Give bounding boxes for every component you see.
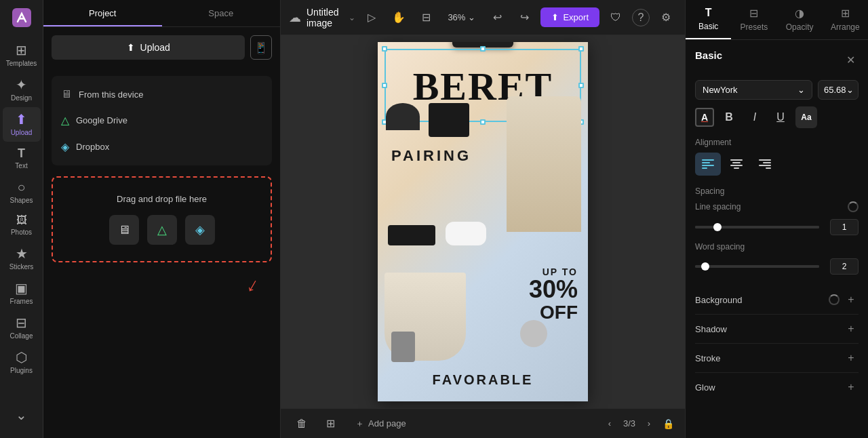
drag-drop-zone[interactable]: Drag and drop file here 🖥 △ ◈ [52,176,272,262]
sidebar-item-templates[interactable]: ⊞ Templates [3,38,41,73]
background-style-row[interactable]: Background + [695,285,859,315]
font-size-input[interactable]: 65.68 ⌄ [818,80,859,100]
sidebar-item-stickers[interactable]: ★ Stickers [3,241,41,276]
help-button[interactable]: ? [632,9,650,26]
tab-basic[interactable]: T Basic [686,0,731,39]
sidebar-item-photos[interactable]: 🖼 Photos [3,210,41,241]
stroke-add-button[interactable]: + [844,351,859,365]
size-chevron-icon: ⌄ [846,85,854,95]
sidebar-item-collage[interactable]: ⊟ Collage [3,311,41,345]
drag-drive-icon[interactable]: △ [147,215,177,245]
align-left-button[interactable] [695,153,721,176]
copy-tool-btn[interactable]: ⊡ [474,42,492,45]
glow-style-row[interactable]: Glow + [695,373,859,401]
sidebar-item-text[interactable]: T Text [3,142,41,175]
from-device-option[interactable]: 🖥 From this device [52,81,272,107]
close-panel-button[interactable]: ✕ [842,52,859,68]
font-chevron-icon: ⌄ [797,85,805,95]
topbar-right: ⬆ Export 🛡 ? ⚙ [540,7,677,28]
app-logo[interactable] [9,5,34,30]
plus-page-icon: ＋ [355,418,364,430]
canvas-topbar: ☁ Untitled image ⌄ ▷ ✋ ⊟ 36% ⌄ ↩ ↪ ⬆ Exp… [281,0,685,35]
cursor-tool[interactable]: ▷ [361,7,382,28]
line-spacing-value[interactable]: 1 [830,219,859,235]
shadow-style-row[interactable]: Shadow + [695,315,859,344]
word-spacing-value[interactable]: 2 [830,258,859,275]
upload-button[interactable]: ⬆ Upload [52,35,245,60]
zoom-chevron-icon: ⌄ [468,12,475,22]
align-center-button[interactable] [724,153,749,176]
line-spacing-thumb[interactable] [713,223,722,231]
word-spacing-thumb[interactable] [701,262,709,271]
design-icon: ✦ [16,78,27,92]
next-page-button[interactable]: › [641,416,657,432]
settings-button[interactable]: ⚙ [655,7,677,28]
trash-button[interactable]: 🗑 [292,414,312,434]
sidebar-item-design[interactable]: ✦ Design [3,73,41,107]
word-spacing-slider[interactable] [695,265,819,268]
sidebar-item-shapes[interactable]: ○ Shapes [3,175,41,210]
lock-icon[interactable]: 🔒 [663,418,674,429]
mobile-icon[interactable]: 📱 [250,35,272,60]
sidebar-item-plugins[interactable]: ⬡ Plugins [3,345,41,380]
bold-button[interactable]: B [718,106,740,128]
redo-button[interactable]: ↪ [513,7,535,28]
sidebar-collapse[interactable]: ⌄ [3,403,41,427]
tab-opacity[interactable]: ◑ Opacity [777,0,823,39]
sidebar-item-upload[interactable]: ⬆ Upload [3,107,41,142]
align-right-button[interactable] [752,153,778,176]
canvas-area: ☁ Untitled image ⌄ ▷ ✋ ⊟ 36% ⌄ ↩ ↪ ⬆ Exp… [281,0,685,438]
background-label: Background [695,295,742,305]
font-family-selector[interactable]: NewYork ⌄ [695,80,812,100]
basic-tab-icon: T [705,7,712,19]
drag-device-icon[interactable]: 🖥 [109,215,139,245]
drag-dropbox-icon[interactable]: ◈ [185,215,215,245]
tab-arrange[interactable]: ⊞ Arrange [823,0,868,39]
edit-tool-btn[interactable]: ✎⌄ [455,42,473,45]
undo-button[interactable]: ↩ [486,7,508,28]
export-button[interactable]: ⬆ Export [540,7,599,27]
layout-tool[interactable]: ⊟ [415,7,437,28]
shadow-label: Shadow [695,324,727,334]
sidebar-item-frames[interactable]: ▣ Frames [3,276,41,311]
stroke-style-row[interactable]: Stroke + [695,344,859,373]
shadow-add-button[interactable]: + [844,321,859,336]
hand-tool[interactable]: ✋ [388,7,410,28]
font-controls: NewYork ⌄ 65.68 ⌄ [695,80,859,100]
collage-label: Collage [10,332,33,340]
right-panel-tabs: T Basic ⊟ Presets ◑ Opacity ⊞ Arrange [686,0,868,40]
tab-project[interactable]: Project [43,0,162,26]
rotate-handle[interactable]: ↓ [579,42,584,43]
design-label: Design [11,94,32,102]
zoom-control[interactable]: 36% ⌄ [442,9,481,25]
add-page-button[interactable]: ＋ Add page [349,415,413,433]
upload-arrow-icon: ⬆ [127,42,135,53]
templates-label: Templates [6,60,37,67]
text-color-swatch[interactable]: A [695,108,714,127]
word-spacing-label-row: Word spacing [695,242,859,252]
underline-button[interactable]: U [770,106,791,128]
right-panel: T Basic ⊟ Presets ◑ Opacity ⊞ Arrange Ba… [685,0,868,438]
tab-space[interactable]: Space [162,0,281,26]
line-spacing-slider[interactable] [695,226,819,228]
cloud-icon: ☁ [289,10,301,25]
dropbox-option[interactable]: ◈ Dropbox [52,134,272,160]
line-spacing-row: Line spacing [695,201,859,212]
document-title[interactable]: Untitled image ⌄ [307,7,355,28]
shapes-label: Shapes [10,197,33,204]
more-tool-btn[interactable]: ⋯ [493,42,511,45]
background-add-button[interactable]: + [844,292,859,307]
tab-presets[interactable]: ⊟ Presets [731,0,776,39]
product-hat [386,103,420,130]
case-button[interactable]: Aa [795,106,817,128]
drag-drop-icons: 🖥 △ ◈ [64,215,260,245]
google-drive-option[interactable]: △ Google Drive [52,107,272,134]
position-button[interactable]: ⊞ [320,414,340,434]
panel-content: ⬆ Upload 📱 🖥 From this device △ Google D… [43,27,280,438]
shield-button[interactable]: 🛡 [605,7,627,28]
prev-page-button[interactable]: ‹ [601,416,618,432]
background-spinner [829,294,840,305]
italic-button[interactable]: I [744,106,766,128]
svg-rect-0 [12,8,31,27]
glow-add-button[interactable]: + [844,380,859,395]
